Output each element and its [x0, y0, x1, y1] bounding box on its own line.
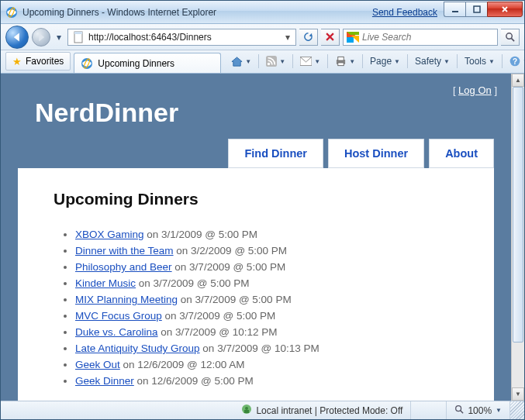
dinner-link[interactable]: XBOX Gaming	[75, 229, 144, 240]
dinner-date: on 3/7/2009 @ 5:00 PM	[136, 277, 250, 289]
zoom-icon	[454, 405, 464, 416]
svg-point-20	[245, 407, 248, 410]
page-menu[interactable]: Page▼	[366, 53, 404, 70]
dinner-date: on 3/7/2009 @ 10:13 PM	[200, 343, 319, 354]
svg-rect-5	[74, 32, 82, 34]
site-title: NerdDinner	[35, 98, 497, 128]
tab-favicon	[81, 57, 93, 70]
list-item: Geek Out on 12/6/2009 @ 12:00 AM	[75, 359, 458, 370]
list-item: Kinder Music on 3/7/2009 @ 5:00 PM	[75, 277, 458, 289]
zoom-control[interactable]: 100% ▼	[447, 401, 510, 419]
search-button[interactable]	[501, 29, 520, 46]
nav-host-dinner[interactable]: Host Dinner	[328, 139, 424, 168]
scroll-down-button[interactable]: ▼	[512, 387, 524, 401]
dinner-date: on 3/7/2009 @ 5:00 PM	[162, 310, 276, 322]
nav-find-dinner[interactable]: Find Dinner	[228, 139, 323, 168]
dinner-link[interactable]: Philosophy and Beer	[75, 261, 172, 273]
window-title: Upcoming Dinners - Windows Internet Expl…	[22, 7, 372, 18]
print-button[interactable]: ▼	[331, 53, 359, 70]
svg-rect-2	[452, 11, 458, 12]
scroll-track[interactable]	[512, 87, 524, 387]
list-item: Duke vs. Carolina on 3/7/2009 @ 10:12 PM	[75, 326, 458, 338]
search-input[interactable]	[362, 32, 494, 43]
feeds-button[interactable]: ▼	[262, 53, 289, 70]
send-feedback-link[interactable]: Send Feedback	[372, 7, 437, 18]
security-zone[interactable]: Local intranet | Protected Mode: Off	[233, 401, 411, 419]
dinner-link[interactable]: Geek Out	[75, 359, 120, 370]
tools-menu[interactable]: Tools▼	[461, 53, 499, 70]
status-bar: Local intranet | Protected Mode: Off 100…	[1, 401, 524, 419]
address-bar[interactable]: ▾	[67, 29, 296, 46]
svg-rect-3	[474, 6, 480, 12]
svg-point-21	[456, 406, 461, 411]
list-item: Late Antiquity Study Group on 3/7/2009 @…	[75, 343, 458, 354]
content-panel: Upcoming Dinners XBOX Gaming on 3/1/2009…	[18, 168, 494, 401]
dinner-date: on 12/6/2009 @ 12:00 AM	[120, 359, 245, 370]
maximize-button[interactable]	[465, 2, 487, 17]
svg-point-7	[506, 33, 512, 39]
refresh-button[interactable]	[299, 29, 318, 46]
dinner-link[interactable]: Duke vs. Carolina	[75, 326, 158, 338]
stop-button[interactable]	[321, 29, 340, 46]
navigation-bar: ▾ ▾	[1, 24, 524, 50]
dinner-date: on 3/7/2009 @ 10:12 PM	[158, 326, 278, 338]
star-icon: ★	[12, 56, 22, 67]
page-heading: Upcoming Dinners	[54, 190, 458, 208]
minimize-button[interactable]	[444, 2, 465, 17]
zoom-dropdown-icon: ▼	[496, 407, 502, 414]
svg-point-11	[268, 63, 271, 66]
dinner-link[interactable]: Late Antiquity Study Group	[75, 343, 200, 354]
list-item: MIX Planning Meeting on 3/7/2009 @ 5:00 …	[75, 294, 458, 305]
scroll-up-button[interactable]: ▲	[512, 74, 524, 87]
logon-link[interactable]: Log On	[458, 84, 492, 96]
dinner-list: XBOX Gaming on 3/1/2009 @ 5:00 PMDinner …	[54, 229, 458, 387]
command-bar: ▼ ▼ ▼ ▼ Page▼ Safety▼ Tools▼ ?▼	[227, 53, 525, 70]
back-button[interactable]	[5, 26, 29, 49]
tab-bar: ★ Favorites Upcoming Dinners ▼ ▼ ▼ ▼ Pag…	[1, 50, 524, 74]
page-icon	[73, 31, 85, 43]
ie-favicon	[5, 6, 18, 19]
close-button[interactable]	[487, 2, 523, 17]
svg-rect-19	[244, 410, 249, 413]
dinner-link[interactable]: Dinner with the Team	[75, 245, 174, 256]
viewport: [ Log On ] NerdDinner Find Dinner Host D…	[1, 74, 524, 401]
browser-window: Upcoming Dinners - Windows Internet Expl…	[0, 0, 525, 420]
dinner-link[interactable]: MVC Focus Group	[75, 310, 162, 322]
list-item: Dinner with the Team on 3/2/2009 @ 5:00 …	[75, 245, 458, 256]
dinner-link[interactable]: Kinder Music	[75, 277, 136, 289]
safety-menu[interactable]: Safety▼	[411, 53, 454, 70]
dinner-link[interactable]: MIX Planning Meeting	[75, 294, 178, 305]
zoom-value: 100%	[468, 405, 492, 416]
tab-title: Upcoming Dinners	[98, 58, 174, 69]
list-item: Philosophy and Beer on 3/7/2009 @ 5:00 P…	[75, 261, 458, 273]
resize-grip[interactable]	[510, 401, 524, 419]
help-button[interactable]: ?▼	[506, 53, 525, 70]
progress-segment	[411, 401, 447, 419]
dinner-date: on 12/6/2009 @ 5:00 PM	[134, 375, 254, 387]
list-item: MVC Focus Group on 3/7/2009 @ 5:00 PM	[75, 310, 458, 322]
favorites-button[interactable]: ★ Favorites	[5, 52, 71, 71]
vertical-scrollbar[interactable]: ▲ ▼	[511, 74, 524, 401]
forward-button[interactable]	[32, 28, 50, 46]
dinner-date: on 3/2/2009 @ 5:00 PM	[174, 245, 288, 256]
search-box[interactable]	[343, 29, 498, 46]
site-nav: Find Dinner Host Dinner About	[15, 139, 494, 168]
svg-rect-15	[338, 63, 344, 66]
login-bar: [ Log On ]	[15, 84, 497, 96]
zone-text: Local intranet | Protected Mode: Off	[256, 405, 402, 416]
scroll-thumb[interactable]	[513, 87, 523, 343]
svg-rect-14	[338, 57, 344, 60]
nav-about[interactable]: About	[429, 139, 494, 168]
dinner-date: on 3/1/2009 @ 5:00 PM	[144, 229, 258, 240]
dinner-date: on 3/7/2009 @ 5:00 PM	[172, 261, 286, 273]
nav-history-dropdown[interactable]: ▾	[54, 29, 64, 45]
address-dropdown[interactable]: ▾	[281, 32, 294, 43]
list-item: XBOX Gaming on 3/1/2009 @ 5:00 PM	[75, 229, 458, 240]
mail-button[interactable]: ▼	[296, 53, 324, 70]
dinner-link[interactable]: Geek Dinner	[75, 375, 134, 387]
browser-tab[interactable]: Upcoming Dinners	[74, 53, 221, 73]
home-button[interactable]: ▼	[227, 53, 255, 70]
intranet-icon	[241, 404, 252, 417]
page-content: [ Log On ] NerdDinner Find Dinner Host D…	[1, 74, 511, 401]
address-input[interactable]	[88, 32, 281, 43]
